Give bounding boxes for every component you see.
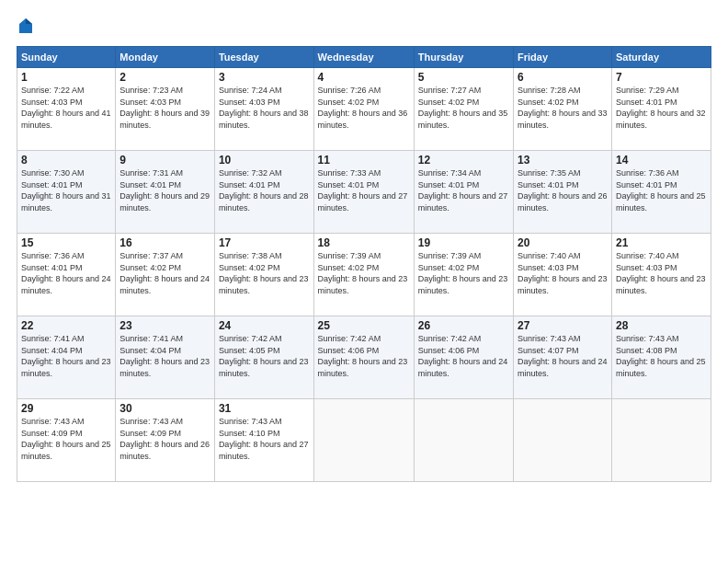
- calendar-cell: 15Sunrise: 7:36 AMSunset: 4:01 PMDayligh…: [17, 234, 116, 316]
- calendar-cell: [611, 399, 711, 482]
- day-info: Sunrise: 7:41 AMSunset: 4:04 PMDaylight:…: [119, 334, 210, 378]
- day-info: Sunrise: 7:28 AMSunset: 4:02 PMDaylight:…: [518, 86, 608, 130]
- day-number: 28: [616, 319, 707, 332]
- dow-header: Wednesday: [313, 47, 414, 68]
- day-number: 27: [518, 319, 608, 332]
- calendar-cell: 23Sunrise: 7:41 AMSunset: 4:04 PMDayligh…: [116, 316, 215, 399]
- day-info: Sunrise: 7:30 AMSunset: 4:01 PMDaylight:…: [21, 168, 111, 213]
- day-number: 12: [418, 154, 509, 167]
- day-number: 4: [318, 71, 410, 84]
- calendar-cell: 9Sunrise: 7:31 AMSunset: 4:01 PMDaylight…: [116, 151, 215, 234]
- day-info: Sunrise: 7:34 AMSunset: 4:01 PMDaylight:…: [418, 168, 508, 213]
- day-info: Sunrise: 7:39 AMSunset: 4:02 PMDaylight:…: [418, 251, 508, 295]
- calendar-cell: 28Sunrise: 7:43 AMSunset: 4:08 PMDayligh…: [611, 316, 711, 399]
- day-info: Sunrise: 7:41 AMSunset: 4:04 PMDaylight:…: [21, 334, 111, 378]
- day-number: 8: [21, 154, 111, 167]
- logo: [17, 17, 35, 37]
- day-number: 13: [518, 154, 608, 167]
- calendar-cell: 25Sunrise: 7:42 AMSunset: 4:06 PMDayligh…: [313, 316, 414, 399]
- calendar-cell: 8Sunrise: 7:30 AMSunset: 4:01 PMDaylight…: [17, 151, 116, 234]
- day-info: Sunrise: 7:40 AMSunset: 4:03 PMDaylight:…: [616, 251, 706, 295]
- day-info: Sunrise: 7:27 AMSunset: 4:02 PMDaylight:…: [418, 86, 508, 130]
- day-number: 5: [418, 71, 509, 84]
- day-number: 2: [119, 71, 210, 84]
- day-number: 19: [418, 236, 509, 249]
- svg-marker-1: [26, 18, 32, 24]
- day-info: Sunrise: 7:22 AMSunset: 4:03 PMDaylight:…: [21, 86, 111, 130]
- calendar-cell: [414, 399, 513, 482]
- day-info: Sunrise: 7:35 AMSunset: 4:01 PMDaylight:…: [518, 168, 608, 213]
- day-number: 21: [616, 236, 707, 249]
- day-info: Sunrise: 7:42 AMSunset: 4:06 PMDaylight:…: [318, 334, 408, 378]
- day-info: Sunrise: 7:43 AMSunset: 4:08 PMDaylight:…: [616, 334, 706, 378]
- day-number: 26: [418, 319, 509, 332]
- day-info: Sunrise: 7:40 AMSunset: 4:03 PMDaylight:…: [518, 251, 608, 295]
- calendar-cell: 10Sunrise: 7:32 AMSunset: 4:01 PMDayligh…: [214, 151, 313, 234]
- calendar-cell: 22Sunrise: 7:41 AMSunset: 4:04 PMDayligh…: [17, 316, 116, 399]
- day-number: 9: [119, 154, 210, 167]
- dow-header: Monday: [116, 47, 215, 68]
- calendar-cell: [514, 399, 612, 482]
- calendar-cell: 4Sunrise: 7:26 AMSunset: 4:02 PMDaylight…: [313, 68, 414, 151]
- day-info: Sunrise: 7:36 AMSunset: 4:01 PMDaylight:…: [21, 251, 111, 295]
- day-info: Sunrise: 7:31 AMSunset: 4:01 PMDaylight:…: [119, 168, 210, 213]
- calendar-cell: 1Sunrise: 7:22 AMSunset: 4:03 PMDaylight…: [17, 68, 116, 151]
- day-info: Sunrise: 7:42 AMSunset: 4:06 PMDaylight:…: [418, 334, 508, 378]
- day-info: Sunrise: 7:23 AMSunset: 4:03 PMDaylight:…: [119, 86, 210, 130]
- calendar-cell: 30Sunrise: 7:43 AMSunset: 4:09 PMDayligh…: [116, 399, 215, 482]
- page-header: [17, 17, 711, 37]
- dow-header: Sunday: [17, 47, 116, 68]
- calendar-cell: 2Sunrise: 7:23 AMSunset: 4:03 PMDaylight…: [116, 68, 215, 151]
- calendar-cell: 26Sunrise: 7:42 AMSunset: 4:06 PMDayligh…: [414, 316, 513, 399]
- calendar-cell: 13Sunrise: 7:35 AMSunset: 4:01 PMDayligh…: [514, 151, 612, 234]
- calendar-cell: 16Sunrise: 7:37 AMSunset: 4:02 PMDayligh…: [116, 234, 215, 316]
- calendar-cell: 3Sunrise: 7:24 AMSunset: 4:03 PMDaylight…: [214, 68, 313, 151]
- day-number: 30: [119, 402, 210, 415]
- calendar-cell: 6Sunrise: 7:28 AMSunset: 4:02 PMDaylight…: [514, 68, 612, 151]
- calendar-cell: 21Sunrise: 7:40 AMSunset: 4:03 PMDayligh…: [611, 234, 711, 316]
- calendar-cell: 17Sunrise: 7:38 AMSunset: 4:02 PMDayligh…: [214, 234, 313, 316]
- calendar-cell: 12Sunrise: 7:34 AMSunset: 4:01 PMDayligh…: [414, 151, 513, 234]
- calendar-cell: 14Sunrise: 7:36 AMSunset: 4:01 PMDayligh…: [611, 151, 711, 234]
- day-number: 18: [318, 236, 410, 249]
- day-number: 15: [21, 236, 111, 249]
- day-number: 1: [21, 71, 111, 84]
- calendar-cell: 5Sunrise: 7:27 AMSunset: 4:02 PMDaylight…: [414, 68, 513, 151]
- day-info: Sunrise: 7:33 AMSunset: 4:01 PMDaylight:…: [318, 168, 408, 213]
- day-number: 17: [219, 236, 310, 249]
- day-number: 25: [318, 319, 410, 332]
- calendar-cell: 18Sunrise: 7:39 AMSunset: 4:02 PMDayligh…: [313, 234, 414, 316]
- calendar-table: SundayMondayTuesdayWednesdayThursdayFrid…: [17, 46, 711, 482]
- dow-header: Friday: [514, 47, 612, 68]
- day-number: 31: [219, 402, 310, 415]
- day-info: Sunrise: 7:43 AMSunset: 4:09 PMDaylight:…: [21, 417, 111, 461]
- calendar-cell: 20Sunrise: 7:40 AMSunset: 4:03 PMDayligh…: [514, 234, 612, 316]
- day-number: 7: [616, 71, 707, 84]
- day-info: Sunrise: 7:43 AMSunset: 4:07 PMDaylight:…: [518, 334, 608, 378]
- day-number: 20: [518, 236, 608, 249]
- day-number: 6: [518, 71, 608, 84]
- day-info: Sunrise: 7:26 AMSunset: 4:02 PMDaylight:…: [318, 86, 408, 130]
- calendar-cell: 27Sunrise: 7:43 AMSunset: 4:07 PMDayligh…: [514, 316, 612, 399]
- day-info: Sunrise: 7:36 AMSunset: 4:01 PMDaylight:…: [616, 168, 706, 213]
- calendar-cell: 7Sunrise: 7:29 AMSunset: 4:01 PMDaylight…: [611, 68, 711, 151]
- calendar-cell: 29Sunrise: 7:43 AMSunset: 4:09 PMDayligh…: [17, 399, 116, 482]
- day-number: 22: [21, 319, 111, 332]
- dow-header: Saturday: [611, 47, 711, 68]
- calendar-cell: 31Sunrise: 7:43 AMSunset: 4:10 PMDayligh…: [214, 399, 313, 482]
- day-number: 10: [219, 154, 310, 167]
- dow-header: Tuesday: [214, 47, 313, 68]
- day-info: Sunrise: 7:43 AMSunset: 4:09 PMDaylight:…: [119, 417, 210, 461]
- calendar-cell: [313, 399, 414, 482]
- day-info: Sunrise: 7:24 AMSunset: 4:03 PMDaylight:…: [219, 86, 309, 130]
- day-number: 23: [119, 319, 210, 332]
- day-info: Sunrise: 7:38 AMSunset: 4:02 PMDaylight:…: [219, 251, 309, 295]
- day-info: Sunrise: 7:29 AMSunset: 4:01 PMDaylight:…: [616, 86, 706, 130]
- day-number: 16: [119, 236, 210, 249]
- day-number: 24: [219, 319, 310, 332]
- day-number: 3: [219, 71, 310, 84]
- calendar-cell: 11Sunrise: 7:33 AMSunset: 4:01 PMDayligh…: [313, 151, 414, 234]
- day-number: 11: [318, 154, 410, 167]
- day-info: Sunrise: 7:39 AMSunset: 4:02 PMDaylight:…: [318, 251, 408, 295]
- calendar-cell: 24Sunrise: 7:42 AMSunset: 4:05 PMDayligh…: [214, 316, 313, 399]
